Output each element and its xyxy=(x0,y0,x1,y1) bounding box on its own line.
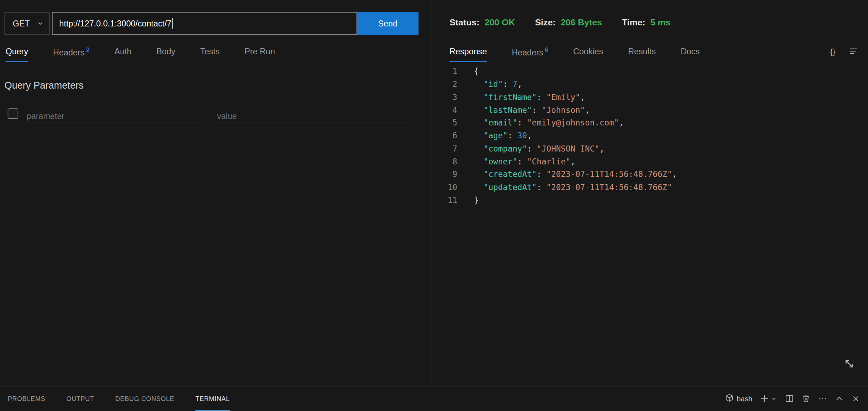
shell-icon xyxy=(725,394,733,404)
tab-body-label: Body xyxy=(156,46,175,56)
line-number: 5 xyxy=(431,117,457,130)
kill-terminal-trash-icon[interactable] xyxy=(801,394,810,403)
tab-headers[interactable]: Headers2 xyxy=(53,46,89,63)
chevron-down-icon xyxy=(37,19,44,28)
param-checkbox[interactable] xyxy=(8,108,18,119)
response-line: 3 "firstName": "Emily", xyxy=(431,91,868,104)
time-stat: Time: 5 ms xyxy=(622,18,670,28)
send-button[interactable]: Send xyxy=(357,12,419,35)
response-tab-icons: {} xyxy=(830,46,858,56)
more-actions-icon[interactable] xyxy=(818,394,827,403)
tab-tests[interactable]: Tests xyxy=(200,46,220,62)
tab-auth[interactable]: Auth xyxy=(114,46,132,62)
tab-pre-run-label: Pre Run xyxy=(244,46,275,56)
parameter-name-input[interactable] xyxy=(25,108,205,123)
url-value: http://127.0.0.1:3000/contact/7 xyxy=(59,19,172,28)
line-number: 6 xyxy=(431,130,457,143)
line-number: 8 xyxy=(431,155,457,168)
tab-docs-label: Docs xyxy=(681,46,699,56)
maximize-panel-chevron-icon[interactable] xyxy=(835,394,844,403)
menu-lines-icon[interactable] xyxy=(849,46,858,56)
status-stat: Status: 200 OK xyxy=(449,18,515,28)
tab-body[interactable]: Body xyxy=(156,46,175,62)
format-code-icon[interactable]: {} xyxy=(830,47,835,56)
response-line: 1{ xyxy=(431,65,868,78)
size-label: Size: xyxy=(535,18,556,28)
close-panel-icon[interactable] xyxy=(852,394,860,403)
line-number: 9 xyxy=(431,168,457,181)
panel-tab-output[interactable]: OUTPUT xyxy=(67,386,94,411)
parameter-value-input[interactable] xyxy=(216,108,410,123)
tab-response-headers[interactable]: Headers6 xyxy=(512,46,548,63)
response-line: 10 "updatedAt": "2023-07-11T14:56:48.766… xyxy=(431,181,868,194)
query-parameter-row xyxy=(8,108,410,123)
main-area: GET http://127.0.0.1:3000/contact/7 Send… xyxy=(0,0,868,386)
panel-tab-terminal[interactable]: TERMINAL xyxy=(195,386,230,411)
tab-results[interactable]: Results xyxy=(628,46,655,62)
panel-tab-debug-console[interactable]: DEBUG CONSOLE xyxy=(115,386,174,411)
new-terminal-control xyxy=(760,394,777,403)
response-headers-count-badge: 6 xyxy=(545,46,548,53)
response-line: 6 "age": 30, xyxy=(431,130,868,143)
tab-response-label: Response xyxy=(449,46,487,56)
line-number: 2 xyxy=(431,78,457,91)
response-body[interactable]: 1{2 "id": 7,3 "firstName": "Emily",4 "la… xyxy=(431,65,868,207)
terminal-profile-chevron-icon[interactable] xyxy=(771,395,777,402)
line-number: 1 xyxy=(431,65,457,78)
tab-results-label: Results xyxy=(628,46,655,56)
response-line: 5 "email": "emily@johnson.com", xyxy=(431,117,868,130)
response-line: 7 "company": "JOHNSON INC", xyxy=(431,143,868,155)
response-line: 2 "id": 7, xyxy=(431,78,868,91)
tab-pre-run[interactable]: Pre Run xyxy=(244,46,275,62)
tab-headers-label: Headers xyxy=(53,48,84,57)
status-label: Status: xyxy=(449,18,479,28)
time-label: Time: xyxy=(622,18,645,28)
line-number: 11 xyxy=(431,194,457,207)
panel-bar: PROBLEMS OUTPUT DEBUG CONSOLE TERMINAL b… xyxy=(0,386,868,411)
text-caret xyxy=(172,18,173,29)
shell-selector[interactable]: bash xyxy=(725,394,752,404)
response-status-bar: Status: 200 OK Size: 206 Bytes Time: 5 m… xyxy=(449,18,670,28)
expand-response-icon[interactable] xyxy=(844,358,855,372)
method-select[interactable]: GET xyxy=(4,12,50,35)
response-line: 11} xyxy=(431,194,868,207)
tab-response[interactable]: Response xyxy=(449,46,487,62)
status-value: 200 OK xyxy=(484,18,515,28)
tab-response-headers-label: Headers xyxy=(512,48,543,57)
request-panel: GET http://127.0.0.1:3000/contact/7 Send… xyxy=(0,0,431,386)
response-line: 8 "owner": "Charlie", xyxy=(431,155,868,168)
tab-cookies[interactable]: Cookies xyxy=(573,46,603,62)
tab-cookies-label: Cookies xyxy=(573,46,603,56)
time-value: 5 ms xyxy=(650,18,670,28)
tab-tests-label: Tests xyxy=(200,46,220,56)
tab-query[interactable]: Query xyxy=(5,46,28,62)
query-parameters-title: Query Parameters xyxy=(4,80,83,91)
request-tabs: Query Headers2 Auth Body Tests Pre Run xyxy=(5,46,300,63)
size-stat: Size: 206 Bytes xyxy=(535,18,602,28)
line-number: 3 xyxy=(431,91,457,104)
headers-count-badge: 2 xyxy=(86,46,89,53)
response-tabs: Response Headers6 Cookies Results Docs {… xyxy=(449,46,858,63)
line-number: 10 xyxy=(431,181,457,194)
response-panel: Status: 200 OK Size: 206 Bytes Time: 5 m… xyxy=(431,0,868,386)
url-input[interactable]: http://127.0.0.1:3000/contact/7 xyxy=(52,12,357,35)
response-line: 4 "lastName": "Johnson", xyxy=(431,104,868,117)
line-number: 4 xyxy=(431,104,457,117)
size-value: 206 Bytes xyxy=(561,18,602,28)
terminal-actions: bash xyxy=(725,386,860,411)
tab-auth-label: Auth xyxy=(114,46,132,56)
new-terminal-plus-icon[interactable] xyxy=(760,394,769,403)
tab-query-label: Query xyxy=(5,46,28,56)
request-bar: GET http://127.0.0.1:3000/contact/7 Send xyxy=(4,12,418,35)
screen: GET http://127.0.0.1:3000/contact/7 Send… xyxy=(0,0,868,411)
line-number: 7 xyxy=(431,143,457,155)
shell-label: bash xyxy=(737,395,752,403)
panel-tab-problems[interactable]: PROBLEMS xyxy=(8,386,45,411)
split-terminal-icon[interactable] xyxy=(785,394,794,403)
tab-docs[interactable]: Docs xyxy=(681,46,699,62)
thunder-client-window: GET http://127.0.0.1:3000/contact/7 Send… xyxy=(0,0,868,411)
method-label: GET xyxy=(13,19,30,28)
response-line: 9 "createdAt": "2023-07-11T14:56:48.766Z… xyxy=(431,168,868,181)
